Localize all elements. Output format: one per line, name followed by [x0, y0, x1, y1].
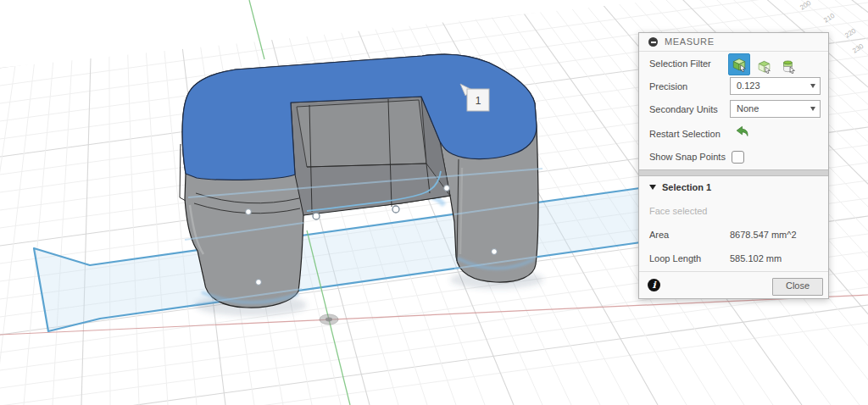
- collapse-triangle-icon: [649, 185, 656, 190]
- precision-value: 0.123: [737, 80, 760, 91]
- selection-section-header[interactable]: Selection 1: [649, 182, 711, 192]
- filter-body-button[interactable]: [778, 56, 798, 76]
- show-snap-points-checkbox[interactable]: [732, 151, 744, 164]
- close-button[interactable]: Close: [772, 278, 823, 296]
- loop-length-value: 585.102 mm: [730, 253, 782, 264]
- secondary-units-value: None: [737, 103, 759, 114]
- grid-label: 230: [851, 42, 865, 55]
- precision-label: Precision: [649, 81, 687, 92]
- loop-length-label: Loop Length: [649, 253, 701, 264]
- info-icon[interactable]: i: [648, 279, 660, 291]
- restart-selection-icon[interactable]: [734, 125, 749, 140]
- grid-label: 200: [798, 0, 813, 12]
- dialog-splitter[interactable]: [639, 169, 828, 176]
- filter-solid-button[interactable]: [728, 53, 750, 75]
- chevron-down-icon: [810, 84, 815, 88]
- dialog-header: MEASURE: [639, 33, 828, 52]
- show-snap-points-label: Show Snap Points: [649, 152, 726, 162]
- dialog-footer: i Close: [639, 271, 828, 298]
- selection-tag-label: 1: [476, 95, 481, 107]
- filter-face-button[interactable]: [754, 56, 774, 76]
- select-solid-icon: [732, 57, 747, 72]
- precision-dropdown[interactable]: 0.123: [730, 77, 821, 95]
- restart-selection-label: Restart Selection: [649, 129, 721, 139]
- area-label: Area: [649, 230, 669, 240]
- grid-label: 220: [843, 27, 858, 40]
- area-value: 8678.547 mm^2: [730, 230, 797, 240]
- dialog-title: MEASURE: [665, 36, 715, 47]
- fusion-viewport: 200 210 220 230: [0, 0, 868, 405]
- drag-grip-icon[interactable]: [648, 37, 658, 47]
- chevron-down-icon: [810, 107, 815, 111]
- selection-status: Face selected: [649, 206, 707, 216]
- measure-dialog: MEASURE Selection Filter Precision 0.123: [638, 32, 829, 299]
- selection-filter-label: Selection Filter: [649, 58, 711, 69]
- secondary-units-label: Secondary Units: [649, 104, 718, 114]
- select-face-icon: [757, 59, 771, 74]
- origin-marker[interactable]: [320, 314, 338, 325]
- select-body-icon: [782, 59, 796, 74]
- secondary-units-dropdown[interactable]: None: [730, 100, 821, 118]
